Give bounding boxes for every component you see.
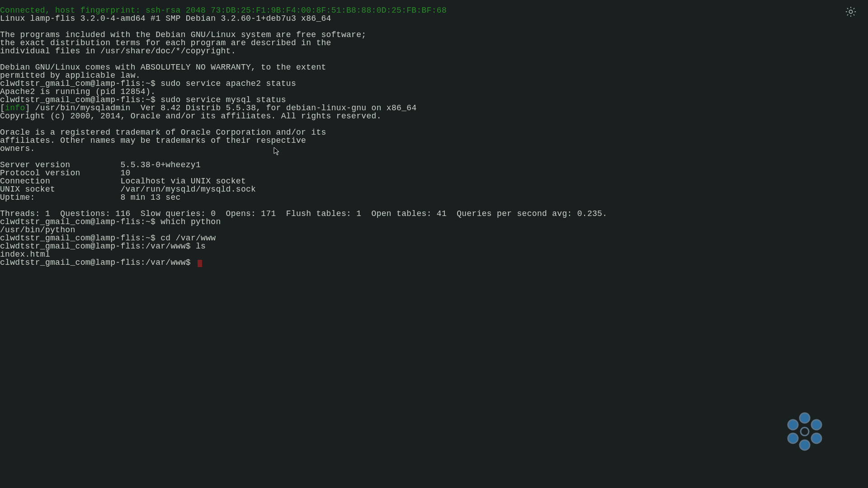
uname-line: Linux lamp-flis 3.2.0-4-amd64 #1 SMP Deb… bbox=[0, 14, 331, 23]
which-python-output: /usr/bin/python bbox=[0, 225, 75, 235]
motd-line: permitted by applicable law. bbox=[0, 71, 141, 80]
ssh-connected-line: Connected, host fingerprint: ssh-rsa 204… bbox=[0, 6, 447, 15]
shell-prompt-www: clwdtstr_gmail_com@lamp-flis:/var/www$ bbox=[0, 258, 196, 267]
svg-point-0 bbox=[849, 10, 852, 13]
mysql-kv-protocol-version: Protocol version 10 bbox=[0, 169, 131, 178]
ls-output: index.html bbox=[0, 250, 50, 259]
mysql-kv-server-version: Server version 5.5.38-0+wheezy1 bbox=[0, 160, 201, 169]
info-tag-text: info bbox=[5, 103, 25, 113]
svg-point-5 bbox=[788, 433, 798, 443]
oracle-trademark: owners. bbox=[0, 144, 35, 153]
command-ls: ls bbox=[196, 242, 206, 251]
mysql-kv-connection: Connection Localhost via UNIX socket bbox=[0, 177, 246, 186]
mysql-stats-line: Threads: 1 Questions: 116 Slow queries: … bbox=[0, 209, 607, 218]
info-tag: [ bbox=[0, 103, 5, 113]
mysql-copyright: Copyright (c) 2000, 2014, Oracle and/or … bbox=[0, 112, 382, 121]
command-apache-status: sudo service apache2 status bbox=[160, 79, 296, 88]
brand-logo bbox=[782, 409, 827, 454]
shell-prompt: clwdtstr_gmail_com@lamp-flis:~$ bbox=[0, 217, 160, 226]
motd-line: the exact distribution terms for each pr… bbox=[0, 38, 331, 47]
info-tag: ] bbox=[25, 103, 35, 113]
apache-status-output: Apache2 is running (pid 12854). bbox=[0, 87, 156, 96]
oracle-trademark: Oracle is a registered trademark of Orac… bbox=[0, 128, 326, 137]
terminal-output[interactable]: Connected, host fingerprint: ssh-rsa 204… bbox=[0, 6, 607, 267]
command-mysql-status: sudo service mysql status bbox=[160, 95, 286, 104]
mysqladmin-version: /usr/bin/mysqladmin Ver 8.42 Distrib 5.5… bbox=[35, 103, 417, 113]
command-which-python: which python bbox=[160, 217, 221, 226]
shell-prompt: clwdtstr_gmail_com@lamp-flis:~$ bbox=[0, 79, 160, 88]
oracle-trademark: affiliates. Other names may be trademark… bbox=[0, 136, 306, 145]
motd-line: The programs included with the Debian GN… bbox=[0, 30, 366, 39]
cloud-logo-icon bbox=[782, 447, 827, 456]
svg-point-2 bbox=[800, 440, 810, 450]
motd-line: individual files in /usr/share/doc/*/cop… bbox=[0, 47, 236, 56]
svg-point-6 bbox=[811, 433, 821, 443]
terminal-cursor[interactable] bbox=[198, 260, 202, 267]
mysql-kv-uptime: Uptime: 8 min 13 sec bbox=[0, 193, 181, 202]
shell-prompt-www: clwdtstr_gmail_com@lamp-flis:/var/www$ bbox=[0, 242, 196, 251]
mysql-kv-unix-socket: UNIX socket /var/run/mysqld/mysqld.sock bbox=[0, 185, 256, 194]
shell-prompt: clwdtstr_gmail_com@lamp-flis:~$ bbox=[0, 234, 160, 243]
gear-icon bbox=[844, 11, 857, 20]
svg-point-1 bbox=[800, 413, 810, 423]
svg-point-7 bbox=[801, 427, 809, 436]
command-cd: cd /var/www bbox=[160, 234, 216, 243]
svg-point-3 bbox=[788, 420, 798, 430]
settings-button[interactable] bbox=[844, 5, 857, 18]
motd-line: Debian GNU/Linux comes with ABSOLUTELY N… bbox=[0, 63, 326, 72]
svg-point-4 bbox=[811, 420, 821, 430]
shell-prompt: clwdtstr_gmail_com@lamp-flis:~$ bbox=[0, 95, 160, 104]
